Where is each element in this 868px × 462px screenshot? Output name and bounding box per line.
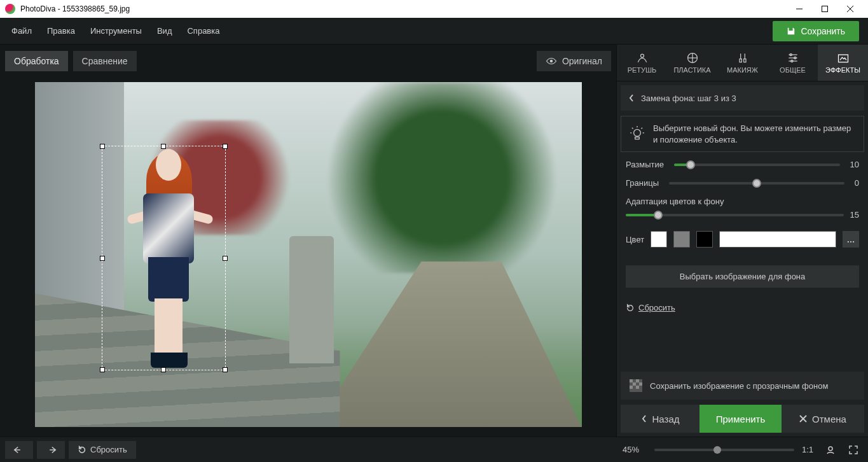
svg-rect-27 [630,386,633,389]
makeup-icon [736,52,749,64]
minimize-button[interactable] [787,0,812,18]
tab-processing[interactable]: Обработка [5,51,68,71]
slider-adapt-label: Адаптация цветов к фону [626,197,724,206]
hint-box: Выберите новый фон. Вы можете изменить р… [621,116,864,152]
redo-button[interactable] [37,441,65,459]
handle-br[interactable] [223,367,228,372]
undo-button[interactable] [5,441,33,459]
menubar: Файл Правка Инструменты Вид Справка Сохр… [0,18,868,45]
menu-view[interactable]: Вид [149,21,180,41]
handle-tr[interactable] [223,144,228,149]
slider-borders[interactable]: Границы 0 [626,178,859,188]
slider-blur-value: 10 [850,160,859,169]
svg-point-5 [640,54,644,57]
svg-line-21 [642,127,643,129]
slider-borders-value: 0 [855,178,859,188]
breadcrumb: Замена фона: шаг 3 из 3 [641,94,736,103]
svg-point-16 [634,129,641,136]
tools-panel: РЕТУШЬ ПЛАСТИКА МАКИЯЖ ОБЩЕЕ ЭФФЕКТЫ Зам… [616,45,868,437]
choose-bg-image-button[interactable]: Выбрать изображение для фона [626,265,859,288]
back-button[interactable]: Назад [621,405,699,433]
original-toggle[interactable]: Оригинал [537,51,611,71]
zoom-slider[interactable] [654,449,794,451]
zoom-value: 45% [623,445,639,454]
menu-help[interactable]: Справка [179,21,227,41]
retouch-icon [636,52,649,64]
handle-tl[interactable] [100,144,105,149]
eye-icon [546,57,557,65]
zoom-1to1-button[interactable]: 1:1 [798,445,817,454]
tab-compare[interactable]: Сравнение [73,51,137,71]
color-more-button[interactable]: … [843,231,859,248]
menu-tools[interactable]: Инструменты [83,21,149,41]
transparent-bg-icon [630,379,642,392]
slider-borders-label: Границы [626,178,659,188]
reset-link[interactable]: Сбросить [626,303,675,312]
tooltab-retouch[interactable]: РЕТУШЬ [617,45,667,81]
swatch-black[interactable] [696,231,713,248]
color-label: Цвет [626,235,644,244]
app-icon [5,4,15,14]
bottom-reset-button[interactable]: Сбросить [69,441,136,459]
lightbulb-icon [629,126,645,143]
handle-ml[interactable] [100,256,105,261]
slider-adapt-value: 15 [850,210,859,220]
selection-box[interactable] [102,146,226,370]
slider-blur-label: Размытие [626,160,664,169]
chevron-left-icon [641,414,647,423]
plastic-icon [686,52,699,64]
fit-face-button[interactable] [821,445,840,455]
svg-rect-24 [636,379,639,382]
cancel-button[interactable]: Отмена [782,405,864,433]
tooltab-general[interactable]: ОБЩЕЕ [768,45,818,81]
reset-icon [626,304,635,312]
svg-rect-23 [630,379,633,382]
effects-icon [837,52,850,64]
svg-rect-26 [639,382,642,386]
window-title: PhotoDiva - 1553398865_59.jpg [20,4,787,13]
svg-line-20 [632,127,633,129]
slider-adapt[interactable]: Адаптация цветов к фону 15 [626,197,859,220]
hint-text: Выберите новый фон. Вы можете изменить р… [653,123,856,145]
chevron-left-icon [628,94,635,102]
image-canvas[interactable] [35,82,582,427]
swatch-white[interactable] [651,231,667,248]
fit-screen-button[interactable] [844,445,863,455]
handle-tm[interactable] [161,144,166,149]
titlebar: PhotoDiva - 1553398865_59.jpg [0,0,868,18]
tooltab-makeup[interactable]: МАКИЯЖ [717,45,768,81]
svg-rect-1 [822,6,828,12]
close-icon [799,415,807,423]
apply-button[interactable]: Применить [699,405,782,433]
reset-icon [78,445,86,454]
handle-bm[interactable] [161,367,166,372]
close-button[interactable] [837,0,863,18]
tooltab-plastic[interactable]: ПЛАСТИКА [667,45,717,81]
color-row: Цвет … [626,231,859,248]
svg-point-4 [550,60,553,63]
svg-point-31 [829,447,832,451]
menu-edit[interactable]: Правка [39,21,83,41]
breadcrumb-row[interactable]: Замена фона: шаг 3 из 3 [621,85,864,111]
slider-blur[interactable]: Размытие 10 [626,160,859,169]
sliders-icon [787,52,799,64]
svg-rect-28 [636,386,639,389]
handle-bl[interactable] [100,367,105,372]
handle-mr[interactable] [223,256,228,261]
color-preview[interactable] [719,231,836,248]
save-transparent-button[interactable]: Сохранить изображение с прозрачным фоном [621,372,864,400]
bottom-bar: Сбросить 45% 1:1 [0,437,868,462]
save-icon [787,27,796,36]
maximize-button[interactable] [812,0,837,18]
tooltab-effects[interactable]: ЭФФЕКТЫ [818,45,868,81]
save-button[interactable]: Сохранить [773,21,859,41]
canvas-panel: Обработка Сравнение Оригинал [0,45,616,437]
swatch-gray[interactable] [673,231,690,248]
svg-rect-25 [633,382,636,386]
menu-file[interactable]: Файл [4,21,39,41]
